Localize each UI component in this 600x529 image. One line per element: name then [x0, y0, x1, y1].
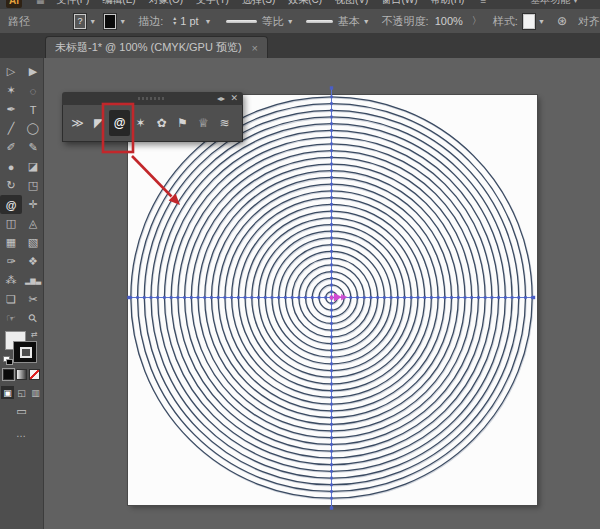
- tutorial-annotation: [0, 0, 600, 529]
